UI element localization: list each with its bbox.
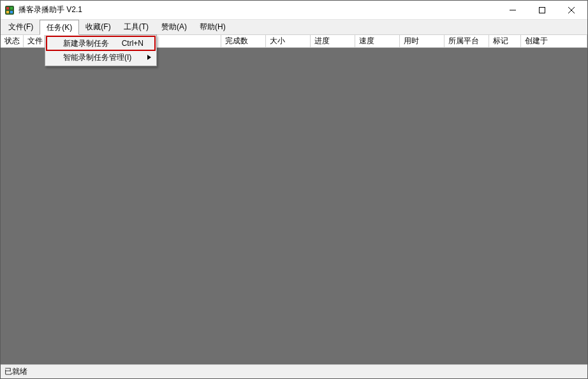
svg-marker-9 xyxy=(147,55,151,60)
menu-smart-record-mgmt[interactable]: 智能录制任务管理(I) xyxy=(47,50,155,64)
col-speed[interactable]: 速度 xyxy=(355,35,400,47)
col-state[interactable]: 状态 xyxy=(1,35,24,47)
close-button[interactable] xyxy=(557,1,586,20)
col-platform[interactable]: 所属平台 xyxy=(445,35,489,47)
statusbar: 已就绪 xyxy=(1,364,587,378)
minimize-button[interactable] xyxy=(498,1,527,20)
col-size[interactable]: 大小 xyxy=(266,35,311,47)
menu-task[interactable]: 任务(K) xyxy=(40,20,79,35)
window-title: 播客录播助手 V2.1 xyxy=(18,4,82,15)
status-text: 已就绪 xyxy=(4,366,27,377)
col-mark[interactable]: 标记 xyxy=(489,35,521,47)
svg-rect-4 xyxy=(10,11,13,13)
menu-item-accel: Ctrl+N xyxy=(122,39,143,48)
menu-favorite[interactable]: 收藏(F) xyxy=(79,20,117,34)
col-elapsed[interactable]: 用时 xyxy=(400,35,445,47)
col-created[interactable]: 创建于 xyxy=(521,35,587,47)
col-completed[interactable]: 完成数 xyxy=(221,35,266,47)
app-icon xyxy=(4,5,15,15)
menu-tools[interactable]: 工具(T) xyxy=(117,20,155,34)
app-window: 播客录播助手 V2.1 文件(F) 任务(K) 收藏(F) 工具(T) 赞助(A… xyxy=(0,0,588,379)
svg-rect-3 xyxy=(6,11,9,13)
menu-help[interactable]: 帮助(H) xyxy=(193,20,232,34)
svg-rect-1 xyxy=(6,7,9,10)
menu-file[interactable]: 文件(F) xyxy=(2,20,40,34)
menu-item-label: 智能录制任务管理(I) xyxy=(63,52,143,63)
maximize-button[interactable] xyxy=(527,1,557,20)
task-dropdown: 新建录制任务 Ctrl+N 智能录制任务管理(I) xyxy=(45,34,157,66)
task-list-area xyxy=(1,48,587,364)
svg-rect-2 xyxy=(10,7,13,10)
menu-item-label: 新建录制任务 xyxy=(63,38,112,49)
submenu-arrow-icon xyxy=(147,55,151,60)
titlebar: 播客录播助手 V2.1 xyxy=(1,1,587,20)
svg-rect-6 xyxy=(540,7,545,13)
menubar: 文件(F) 任务(K) 收藏(F) 工具(T) 赞助(A) 帮助(H) 新建录制… xyxy=(1,20,587,35)
menu-new-record-task[interactable]: 新建录制任务 Ctrl+N xyxy=(47,36,155,50)
col-progress[interactable]: 进度 xyxy=(311,35,355,47)
menu-sponsor[interactable]: 赞助(A) xyxy=(155,20,193,34)
